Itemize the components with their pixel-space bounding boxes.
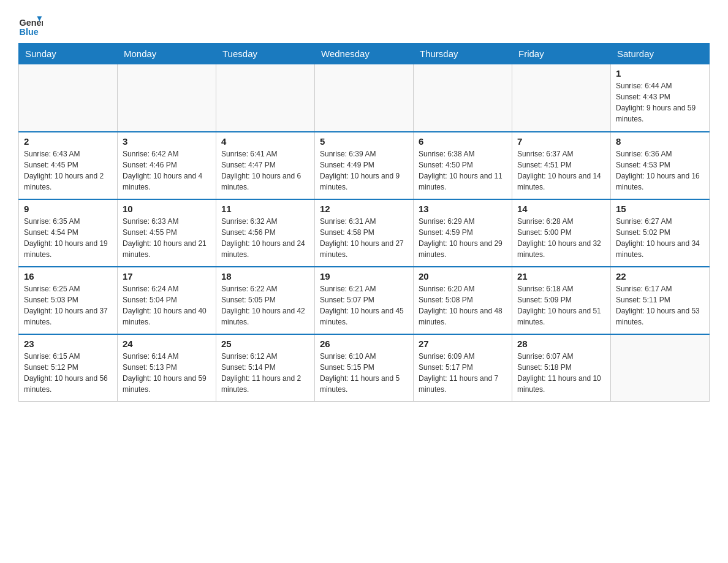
calendar-cell: 2Sunrise: 6:43 AMSunset: 4:45 PMDaylight…	[19, 132, 118, 199]
calendar-week-1: 1Sunrise: 6:44 AMSunset: 4:43 PMDaylight…	[19, 64, 710, 132]
calendar-cell	[315, 64, 414, 132]
day-number: 26	[320, 339, 408, 349]
day-info: Sunrise: 6:20 AMSunset: 5:08 PMDaylight:…	[419, 283, 507, 327]
day-info: Sunrise: 6:17 AMSunset: 5:11 PMDaylight:…	[616, 283, 704, 327]
day-number: 15	[616, 204, 704, 214]
calendar-cell: 14Sunrise: 6:28 AMSunset: 5:00 PMDayligh…	[512, 199, 611, 267]
day-number: 4	[221, 136, 309, 147]
calendar-cell: 24Sunrise: 6:14 AMSunset: 5:13 PMDayligh…	[118, 334, 216, 402]
calendar-cell	[611, 334, 710, 402]
day-info: Sunrise: 6:28 AMSunset: 5:00 PMDaylight:…	[517, 216, 605, 260]
calendar-cell	[19, 64, 118, 132]
day-info: Sunrise: 6:41 AMSunset: 4:47 PMDaylight:…	[221, 148, 309, 193]
calendar-cell: 26Sunrise: 6:10 AMSunset: 5:15 PMDayligh…	[315, 334, 414, 402]
day-info: Sunrise: 6:38 AMSunset: 4:50 PMDaylight:…	[419, 148, 507, 193]
day-info: Sunrise: 6:42 AMSunset: 4:46 PMDaylight:…	[123, 148, 211, 193]
weekday-header-row: SundayMondayTuesdayWednesdayThursdayFrid…	[19, 44, 710, 64]
day-number: 17	[123, 271, 211, 282]
calendar-cell: 10Sunrise: 6:33 AMSunset: 4:55 PMDayligh…	[118, 199, 216, 267]
day-info: Sunrise: 6:31 AMSunset: 4:58 PMDaylight:…	[320, 216, 408, 260]
calendar-week-5: 23Sunrise: 6:15 AMSunset: 5:12 PMDayligh…	[19, 334, 710, 402]
day-info: Sunrise: 6:14 AMSunset: 5:13 PMDaylight:…	[123, 351, 211, 395]
day-number: 11	[221, 204, 309, 214]
day-info: Sunrise: 6:36 AMSunset: 4:53 PMDaylight:…	[616, 148, 704, 193]
day-info: Sunrise: 6:43 AMSunset: 4:45 PMDaylight:…	[24, 148, 112, 193]
day-number: 20	[419, 271, 507, 282]
calendar-cell	[414, 64, 512, 132]
day-number: 22	[616, 271, 704, 282]
day-number: 16	[24, 271, 112, 282]
calendar-cell: 6Sunrise: 6:38 AMSunset: 4:50 PMDaylight…	[414, 132, 512, 199]
calendar-cell: 20Sunrise: 6:20 AMSunset: 5:08 PMDayligh…	[414, 267, 512, 334]
calendar-table: SundayMondayTuesdayWednesdayThursdayFrid…	[18, 43, 710, 402]
day-number: 18	[221, 271, 309, 282]
day-number: 10	[123, 204, 211, 214]
calendar-cell: 18Sunrise: 6:22 AMSunset: 5:05 PMDayligh…	[216, 267, 315, 334]
calendar-cell: 11Sunrise: 6:32 AMSunset: 4:56 PMDayligh…	[216, 199, 315, 267]
day-info: Sunrise: 6:29 AMSunset: 4:59 PMDaylight:…	[419, 216, 507, 260]
day-info: Sunrise: 6:22 AMSunset: 5:05 PMDaylight:…	[221, 283, 309, 327]
day-number: 13	[419, 204, 507, 214]
day-number: 28	[517, 339, 605, 349]
day-info: Sunrise: 6:27 AMSunset: 5:02 PMDaylight:…	[616, 216, 704, 260]
day-number: 25	[221, 339, 309, 349]
calendar-cell: 3Sunrise: 6:42 AMSunset: 4:46 PMDaylight…	[118, 132, 216, 199]
calendar-week-2: 2Sunrise: 6:43 AMSunset: 4:45 PMDaylight…	[19, 132, 710, 199]
day-info: Sunrise: 6:12 AMSunset: 5:14 PMDaylight:…	[221, 351, 309, 395]
calendar-cell: 25Sunrise: 6:12 AMSunset: 5:14 PMDayligh…	[216, 334, 315, 402]
calendar-cell: 5Sunrise: 6:39 AMSunset: 4:49 PMDaylight…	[315, 132, 414, 199]
logo: General Blue	[18, 12, 44, 37]
calendar-cell: 22Sunrise: 6:17 AMSunset: 5:11 PMDayligh…	[611, 267, 710, 334]
day-info: Sunrise: 6:44 AMSunset: 4:43 PMDaylight:…	[616, 80, 704, 124]
day-number: 1	[616, 68, 704, 79]
day-number: 12	[320, 204, 408, 214]
weekday-header-friday: Friday	[512, 44, 611, 64]
calendar-cell: 9Sunrise: 6:35 AMSunset: 4:54 PMDaylight…	[19, 199, 118, 267]
calendar-cell: 16Sunrise: 6:25 AMSunset: 5:03 PMDayligh…	[19, 267, 118, 334]
weekday-header-sunday: Sunday	[19, 44, 118, 64]
calendar-cell: 21Sunrise: 6:18 AMSunset: 5:09 PMDayligh…	[512, 267, 611, 334]
calendar-cell: 7Sunrise: 6:37 AMSunset: 4:51 PMDaylight…	[512, 132, 611, 199]
day-number: 6	[419, 136, 507, 147]
day-number: 24	[123, 339, 211, 349]
calendar-week-4: 16Sunrise: 6:25 AMSunset: 5:03 PMDayligh…	[19, 267, 710, 334]
logo-icon: General Blue	[18, 12, 43, 37]
calendar-cell: 15Sunrise: 6:27 AMSunset: 5:02 PMDayligh…	[611, 199, 710, 267]
calendar-cell: 23Sunrise: 6:15 AMSunset: 5:12 PMDayligh…	[19, 334, 118, 402]
calendar-cell: 8Sunrise: 6:36 AMSunset: 4:53 PMDaylight…	[611, 132, 710, 199]
day-number: 5	[320, 136, 408, 147]
calendar-cell: 12Sunrise: 6:31 AMSunset: 4:58 PMDayligh…	[315, 199, 414, 267]
day-info: Sunrise: 6:35 AMSunset: 4:54 PMDaylight:…	[24, 216, 112, 260]
calendar-cell: 28Sunrise: 6:07 AMSunset: 5:18 PMDayligh…	[512, 334, 611, 402]
calendar-cell: 4Sunrise: 6:41 AMSunset: 4:47 PMDaylight…	[216, 132, 315, 199]
day-info: Sunrise: 6:21 AMSunset: 5:07 PMDaylight:…	[320, 283, 408, 327]
calendar-cell	[118, 64, 216, 132]
calendar-week-3: 9Sunrise: 6:35 AMSunset: 4:54 PMDaylight…	[19, 199, 710, 267]
day-number: 8	[616, 136, 704, 147]
day-number: 23	[24, 339, 112, 349]
day-number: 2	[24, 136, 112, 147]
day-number: 21	[517, 271, 605, 282]
day-info: Sunrise: 6:10 AMSunset: 5:15 PMDaylight:…	[320, 351, 408, 395]
day-info: Sunrise: 6:18 AMSunset: 5:09 PMDaylight:…	[517, 283, 605, 327]
day-number: 3	[123, 136, 211, 147]
svg-text:Blue: Blue	[20, 27, 39, 37]
day-number: 7	[517, 136, 605, 147]
day-info: Sunrise: 6:39 AMSunset: 4:49 PMDaylight:…	[320, 148, 408, 193]
day-info: Sunrise: 6:07 AMSunset: 5:18 PMDaylight:…	[517, 351, 605, 395]
calendar-cell: 1Sunrise: 6:44 AMSunset: 4:43 PMDaylight…	[611, 64, 710, 132]
day-number: 9	[24, 204, 112, 214]
calendar-cell	[216, 64, 315, 132]
page-header: General Blue	[18, 12, 710, 37]
weekday-header-saturday: Saturday	[611, 44, 710, 64]
day-number: 27	[419, 339, 507, 349]
calendar-cell: 17Sunrise: 6:24 AMSunset: 5:04 PMDayligh…	[118, 267, 216, 334]
weekday-header-tuesday: Tuesday	[216, 44, 315, 64]
calendar-cell	[512, 64, 611, 132]
day-info: Sunrise: 6:25 AMSunset: 5:03 PMDaylight:…	[24, 283, 112, 327]
day-info: Sunrise: 6:32 AMSunset: 4:56 PMDaylight:…	[221, 216, 309, 260]
day-info: Sunrise: 6:24 AMSunset: 5:04 PMDaylight:…	[123, 283, 211, 327]
day-info: Sunrise: 6:37 AMSunset: 4:51 PMDaylight:…	[517, 148, 605, 193]
day-number: 14	[517, 204, 605, 214]
calendar-cell: 27Sunrise: 6:09 AMSunset: 5:17 PMDayligh…	[414, 334, 512, 402]
